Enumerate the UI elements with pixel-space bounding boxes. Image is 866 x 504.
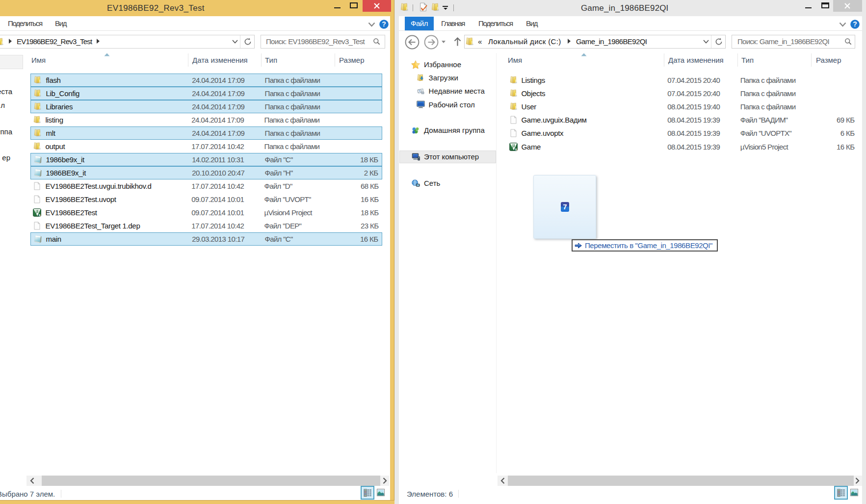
svg-text:?: ? bbox=[853, 20, 857, 28]
svg-text:?: ? bbox=[382, 20, 386, 28]
